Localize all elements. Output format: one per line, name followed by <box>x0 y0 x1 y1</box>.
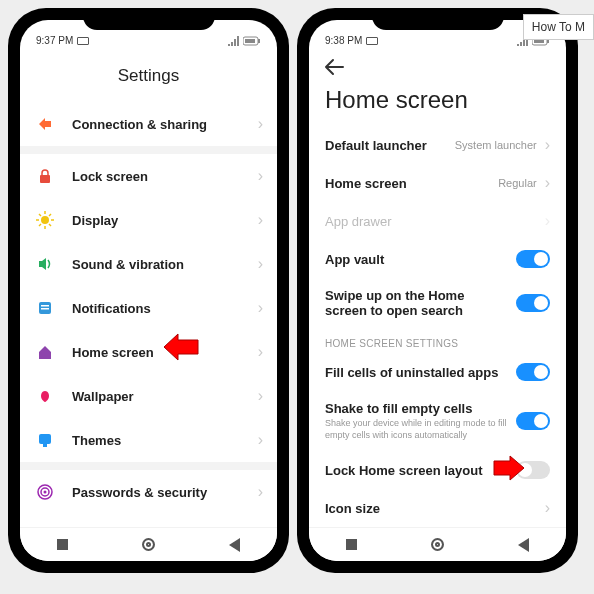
chevron-right-icon: › <box>258 167 263 185</box>
screen-home-screen-settings: 9:38 PM Home screen Default launcher Sys… <box>309 20 566 561</box>
row-connection-sharing[interactable]: Connection & sharing › <box>20 102 277 146</box>
signal-icon <box>227 36 239 46</box>
row-label: Swipe up on the Home screen to open sear… <box>325 288 508 318</box>
row-display[interactable]: Display › <box>20 198 277 242</box>
nav-home[interactable] <box>431 538 444 551</box>
toggle-app-vault[interactable] <box>516 250 550 268</box>
svg-rect-3 <box>40 175 50 183</box>
row-app-drawer: App drawer › <box>309 202 566 240</box>
row-label: Fill cells of uninstalled apps <box>325 365 508 380</box>
chevron-right-icon: › <box>545 136 550 154</box>
highlight-arrow-icon <box>160 332 200 362</box>
row-sound-vibration[interactable]: Sound & vibration › <box>20 242 277 286</box>
status-time: 9:37 PM <box>36 35 73 46</box>
chevron-right-icon: › <box>545 499 550 517</box>
svg-rect-15 <box>41 308 49 310</box>
row-label: App drawer <box>325 214 537 229</box>
chevron-right-icon: › <box>258 431 263 449</box>
themes-icon <box>34 429 56 451</box>
row-default-launcher[interactable]: Default launcher System launcher › <box>309 126 566 164</box>
notifications-icon <box>34 297 56 319</box>
row-wallpaper[interactable]: Wallpaper › <box>20 374 277 418</box>
svg-rect-2 <box>245 39 255 43</box>
fingerprint-icon <box>34 481 56 503</box>
chevron-right-icon: › <box>258 387 263 405</box>
nav-recents[interactable] <box>346 539 357 550</box>
notch <box>83 8 215 30</box>
row-themes[interactable]: Themes › <box>20 418 277 462</box>
row-swipe-up-search[interactable]: Swipe up on the Home screen to open sear… <box>309 278 566 328</box>
row-label: Themes <box>72 433 258 448</box>
battery-icon <box>243 36 261 46</box>
row-lock-layout[interactable]: Lock Home screen layout <box>309 451 566 489</box>
svg-rect-17 <box>43 444 47 447</box>
row-home-screen[interactable]: Home screen › <box>20 330 277 374</box>
row-subtitle: Shake your device while in editing mode … <box>325 418 508 441</box>
nav-bar <box>20 527 277 561</box>
chevron-right-icon: › <box>258 299 263 317</box>
svg-point-20 <box>44 491 47 494</box>
row-label: Lock Home screen layout <box>325 463 508 478</box>
lock-icon <box>34 165 56 187</box>
brightness-icon <box>34 209 56 231</box>
svg-line-11 <box>39 224 41 226</box>
nav-back[interactable] <box>229 538 240 552</box>
highlight-arrow-icon <box>492 455 528 481</box>
row-fill-cells[interactable]: Fill cells of uninstalled apps <box>309 353 566 391</box>
row-label: Lock screen <box>72 169 258 184</box>
page-title: Home screen <box>309 80 566 126</box>
row-lock-screen[interactable]: Lock screen › <box>20 154 277 198</box>
floating-watermark: How To M <box>523 14 594 40</box>
svg-rect-1 <box>258 39 260 43</box>
svg-line-10 <box>49 224 51 226</box>
chevron-right-icon: › <box>545 212 550 230</box>
row-passwords-security[interactable]: Passwords & security › <box>20 470 277 514</box>
row-label: Home screen <box>325 176 490 191</box>
nav-recents[interactable] <box>57 539 68 550</box>
row-label: Wallpaper <box>72 389 258 404</box>
home-icon <box>34 341 56 363</box>
row-label: Default launcher <box>325 138 447 153</box>
row-label: Notifications <box>72 301 258 316</box>
row-label: App vault <box>325 252 508 267</box>
row-icon-size[interactable]: Icon size › <box>309 489 566 527</box>
phone-right: 9:38 PM Home screen Default launcher Sys… <box>297 8 578 573</box>
svg-line-12 <box>49 214 51 216</box>
row-home-screen-layout[interactable]: Home screen Regular › <box>309 164 566 202</box>
svg-rect-14 <box>41 305 49 307</box>
sound-icon <box>34 253 56 275</box>
nav-back[interactable] <box>518 538 529 552</box>
svg-line-9 <box>39 214 41 216</box>
divider <box>20 146 277 154</box>
notch <box>372 8 504 30</box>
row-label: Display <box>72 213 258 228</box>
chevron-right-icon: › <box>545 174 550 192</box>
wallpaper-icon <box>34 385 56 407</box>
chevron-right-icon: › <box>258 343 263 361</box>
back-icon[interactable] <box>323 58 345 76</box>
chevron-right-icon: › <box>258 483 263 501</box>
row-shake-fill[interactable]: Shake to fill empty cells Shake your dev… <box>309 391 566 451</box>
row-label: Icon size <box>325 501 537 516</box>
svg-point-4 <box>41 216 49 224</box>
section-header: HOME SCREEN SETTINGS <box>309 328 566 353</box>
screen-settings: 9:37 PM Settings Connection & sharing › <box>20 20 277 561</box>
row-label: Shake to fill empty cells <box>325 401 508 416</box>
nav-bar <box>309 527 566 561</box>
row-label: Sound & vibration <box>72 257 258 272</box>
row-app-vault[interactable]: App vault <box>309 240 566 278</box>
row-label: Connection & sharing <box>72 117 258 132</box>
row-label: Passwords & security <box>72 485 258 500</box>
chevron-right-icon: › <box>258 255 263 273</box>
row-notifications[interactable]: Notifications › <box>20 286 277 330</box>
chevron-right-icon: › <box>258 211 263 229</box>
toggle-swipe-search[interactable] <box>516 294 550 312</box>
toggle-shake-fill[interactable] <box>516 412 550 430</box>
chevron-right-icon: › <box>258 115 263 133</box>
divider <box>20 462 277 470</box>
toggle-fill-cells[interactable] <box>516 363 550 381</box>
nav-home[interactable] <box>142 538 155 551</box>
phone-left: 9:37 PM Settings Connection & sharing › <box>8 8 289 573</box>
share-icon <box>34 113 56 135</box>
svg-rect-16 <box>39 434 51 444</box>
